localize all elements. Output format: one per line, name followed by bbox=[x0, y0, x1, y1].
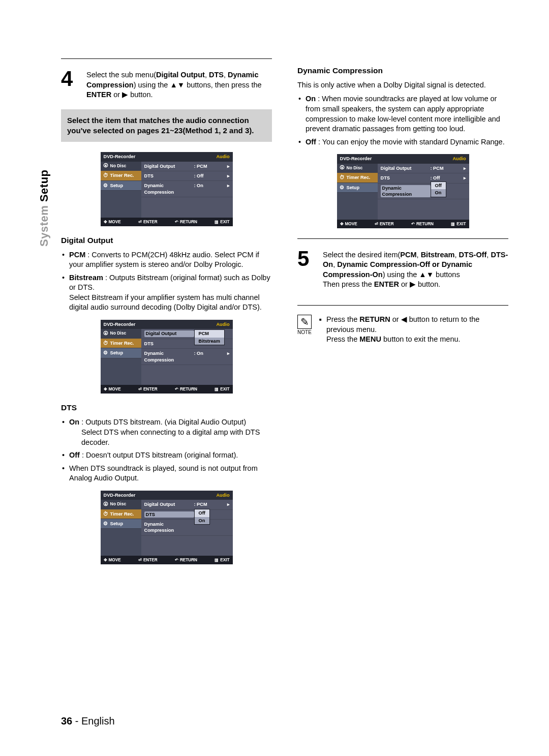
list: On : Outputs DTS bitstream. (via Digital… bbox=[61, 417, 272, 483]
divider bbox=[61, 58, 272, 59]
note-icon: ✎ NOTE bbox=[297, 315, 312, 347]
step-4: 4 Select the sub menu(Digital Output, DT… bbox=[61, 68, 272, 100]
step-text: Select the sub menu(Digital Output, DTS,… bbox=[86, 68, 272, 100]
note-block: ✎ NOTE Press the RETURN or ◀ button to r… bbox=[297, 305, 508, 347]
osd-screenshot-2: DVD-RecorderAudio ⦿No Disc ⏱Timer Rec. ⚙… bbox=[101, 320, 233, 394]
section-tab: System Setup bbox=[37, 169, 52, 247]
list: PCM : Converts to PCM(2CH) 48kHz audio. … bbox=[61, 250, 272, 313]
page-number: 36 - English bbox=[61, 714, 115, 728]
step-text: Select the desired item(PCM, Bitstream, … bbox=[323, 248, 508, 290]
note-list: Press the RETURN or ◀ button to return t… bbox=[319, 315, 508, 347]
left-column: 4 Select the sub menu(Digital Output, DT… bbox=[61, 58, 272, 573]
paragraph: This is only active when a Dolby Digital… bbox=[297, 80, 508, 90]
list: On : When movie soundtracks are played a… bbox=[297, 94, 508, 147]
osd-screenshot-1: DVD-RecorderAudio ⦿No Disc ⏱Timer Rec. ⚙… bbox=[101, 152, 233, 226]
right-column: Dynamic Compression This is only active … bbox=[297, 58, 508, 573]
osd-screenshot-3: DVD-RecorderAudio ⦿No Disc ⏱Timer Rec. ⚙… bbox=[101, 491, 233, 564]
step-number: 4 bbox=[61, 68, 81, 100]
step-number: 5 bbox=[297, 248, 318, 290]
heading-dts: DTS bbox=[61, 403, 272, 413]
callout-box: Select the item that matches the audio c… bbox=[61, 109, 272, 142]
osd-screenshot-4: DVD-RecorderAudio ⦿No Disc ⏱Timer Rec. ⚙… bbox=[337, 154, 469, 228]
divider bbox=[297, 238, 508, 239]
step-5: 5 Select the desired item(PCM, Bitstream… bbox=[297, 248, 508, 290]
heading-digital-output: Digital Output bbox=[61, 235, 272, 246]
heading-dynamic-compression: Dynamic Compression bbox=[297, 66, 508, 76]
